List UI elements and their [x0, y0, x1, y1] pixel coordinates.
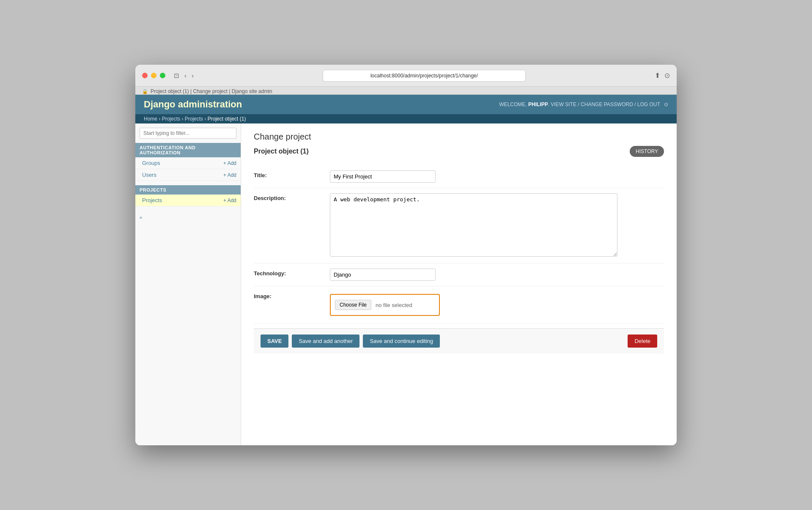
image-field: Choose File no file selected	[330, 291, 664, 318]
title-row: Title:	[254, 165, 664, 188]
object-title: Project object (1)	[254, 148, 309, 155]
close-button[interactable]	[142, 73, 148, 78]
image-field-wrapper: Choose File no file selected	[330, 294, 440, 316]
technology-row: Technology:	[254, 263, 664, 286]
breadcrumb-home[interactable]: Home	[144, 116, 157, 122]
users-add-link[interactable]: + Add	[223, 172, 236, 178]
tab-bar: 🔒 Project object (1) | Change project | …	[135, 87, 677, 95]
title-input[interactable]	[330, 170, 436, 183]
tab-favicon: 🔒	[142, 89, 148, 94]
sidebar-item-users: Users + Add	[135, 169, 241, 181]
groups-link[interactable]: Groups	[142, 160, 160, 166]
sidebar-item-projects: Projects + Add	[135, 195, 241, 206]
breadcrumb-projects-app[interactable]: Projects	[162, 116, 180, 122]
admin-user-info: WELCOME, PHILIPP. VIEW SITE / CHANGE PAS…	[499, 101, 668, 107]
share-icon[interactable]: ⬆	[655, 71, 660, 80]
window-controls: ⊡ ‹ ›	[174, 72, 194, 80]
technology-input[interactable]	[330, 269, 436, 281]
sidebar-toggle-icon[interactable]: ⊡	[174, 72, 179, 80]
auth-section-header: AUTHENTICATION AND AUTHORIZATION	[135, 143, 241, 157]
minimize-button[interactable]	[151, 73, 156, 78]
page-title: Change project	[254, 132, 664, 142]
toolbar-icons: ⬆ ⊙	[655, 71, 670, 80]
collapse-sidebar-icon[interactable]: «	[135, 206, 241, 228]
breadcrumb-current: Project object (1)	[208, 116, 246, 122]
username: PHILIPP	[528, 101, 548, 107]
log-out-link[interactable]: LOG OUT	[637, 101, 660, 107]
admin-nav: Home › Projects › Projects › Project obj…	[135, 114, 677, 123]
projects-section-header: PROJECTS	[135, 185, 241, 195]
main-content: Change project Project object (1) HISTOR…	[241, 123, 677, 445]
traffic-lights	[142, 73, 165, 78]
technology-field	[330, 269, 664, 281]
projects-link[interactable]: Projects	[142, 197, 162, 203]
users-link[interactable]: Users	[142, 172, 156, 178]
admin-title: Django administration	[144, 99, 242, 110]
save-add-button[interactable]: Save and add another	[292, 335, 359, 348]
back-icon[interactable]: ‹	[184, 72, 187, 80]
description-field: A web development project.	[330, 193, 664, 258]
tab-title: Project object (1) | Change project | Dj…	[151, 88, 272, 94]
change-password-link[interactable]: CHANGE PASSWORD	[581, 101, 633, 107]
sidebar: AUTHENTICATION AND AUTHORIZATION Groups …	[135, 123, 241, 445]
description-label: Description:	[254, 193, 330, 258]
sidebar-filter-input[interactable]	[140, 128, 236, 139]
download-icon[interactable]: ⊙	[664, 71, 670, 80]
description-textarea[interactable]: A web development project.	[330, 193, 617, 257]
welcome-text: WELCOME,	[499, 101, 527, 107]
submit-row: SAVE Save and add another Save and conti…	[254, 328, 664, 354]
address-bar	[194, 70, 655, 82]
mac-window: ⊡ ‹ › ⬆ ⊙ 🔒 Project object (1) | Change …	[135, 65, 677, 445]
admin-body: AUTHENTICATION AND AUTHORIZATION Groups …	[135, 123, 677, 445]
object-title-bar: Project object (1) HISTORY	[254, 146, 664, 157]
no-file-label: no file selected	[376, 302, 412, 308]
django-admin: Django administration WELCOME, PHILIPP. …	[135, 95, 677, 445]
technology-label: Technology:	[254, 269, 330, 281]
fullscreen-button[interactable]	[160, 73, 165, 78]
view-site-link[interactable]: VIEW SITE	[551, 101, 576, 107]
image-row: Image: Choose File no file selected	[254, 286, 664, 324]
delete-button[interactable]: Delete	[628, 335, 657, 348]
sidebar-filter	[135, 128, 241, 143]
history-button[interactable]: HISTORY	[630, 146, 664, 157]
breadcrumb: Home › Projects › Projects › Project obj…	[144, 116, 668, 122]
description-row: Description: A web development project.	[254, 188, 664, 263]
choose-file-button[interactable]: Choose File	[335, 300, 371, 310]
accessibility-icon: ⊙	[664, 101, 668, 107]
url-input[interactable]	[323, 70, 526, 82]
admin-header: Django administration WELCOME, PHILIPP. …	[135, 95, 677, 114]
sidebar-item-groups: Groups + Add	[135, 157, 241, 169]
image-label: Image:	[254, 291, 330, 318]
projects-add-link[interactable]: + Add	[223, 197, 236, 203]
groups-add-link[interactable]: + Add	[223, 160, 236, 166]
title-label: Title:	[254, 170, 330, 183]
sidebar-gap	[135, 181, 241, 185]
breadcrumb-projects-model[interactable]: Projects	[185, 116, 203, 122]
title-field	[330, 170, 664, 183]
title-bar: ⊡ ‹ › ⬆ ⊙	[135, 65, 677, 87]
save-button[interactable]: SAVE	[261, 335, 288, 348]
save-continue-button[interactable]: Save and continue editing	[363, 335, 440, 348]
